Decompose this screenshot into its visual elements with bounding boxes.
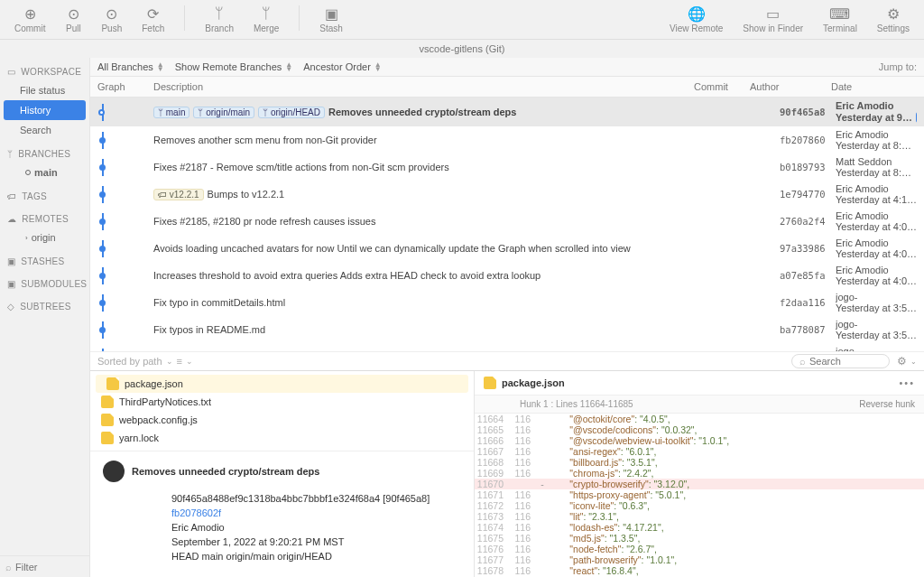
header-author[interactable]: Author bbox=[750, 81, 831, 92]
sidebar-branches-header[interactable]: ᛘBRANCHES bbox=[0, 140, 89, 163]
sidebar-submodules-header[interactable]: ▣SUBMODULES bbox=[0, 270, 89, 293]
parent-link[interactable]: fb2078602f bbox=[171, 507, 221, 518]
commit-list: ᛘ main ᛘ origin/main ᛘ origin/HEADRemove… bbox=[90, 98, 924, 351]
branch-tag[interactable]: ᛘ origin/HEAD bbox=[258, 107, 325, 118]
diff-code: "md5.js": "1.3.5", bbox=[549, 533, 640, 544]
commit-title: Removes unneeded crypto/stream deps bbox=[132, 466, 319, 477]
commit-date: Yesterday at 4:0… bbox=[836, 221, 917, 232]
sort-arrows-icon: ▲▼ bbox=[285, 62, 292, 71]
sidebar-branch-main[interactable]: main bbox=[0, 163, 89, 182]
sidebar-file-status[interactable]: File status bbox=[0, 80, 89, 100]
commit-row[interactable]: Removes another scm menu from non-Git pr… bbox=[90, 126, 924, 154]
diff-line[interactable]: 11676116 "node-fetch": "2.6.7", bbox=[475, 544, 924, 554]
label-author bbox=[121, 522, 171, 533]
header-date[interactable]: Date bbox=[831, 81, 917, 92]
view-remote-button[interactable]: 🌐View Remote bbox=[666, 5, 726, 33]
commit-row[interactable]: Fixes #2187 - Remove scm/title actions f… bbox=[90, 154, 924, 181]
sidebar-filter[interactable]: ⌕ bbox=[0, 555, 89, 577]
diff-line[interactable]: 11664116 "@octokit/core": "4.0.5", bbox=[475, 414, 924, 424]
diff-code: "crypto-browserify": "3.12.0", bbox=[549, 479, 689, 489]
commit-author: Eric Amodio Yesterday at 9…+ bbox=[836, 100, 917, 124]
header-commit[interactable]: Commit bbox=[694, 81, 750, 92]
ancestor-order-dropdown[interactable]: Ancestor Order▲▼ bbox=[303, 61, 382, 72]
branch-tag[interactable]: ᛘ origin/main bbox=[193, 107, 254, 118]
show-remote-dropdown[interactable]: Show Remote Branches▲▼ bbox=[175, 61, 293, 72]
branch-tag[interactable]: ᛘ main bbox=[153, 107, 189, 118]
chevron-down-icon: ⌄ bbox=[910, 358, 917, 366]
all-branches-dropdown[interactable]: All Branches▲▼ bbox=[97, 61, 164, 72]
push-button[interactable]: ⊙Push bbox=[97, 5, 125, 33]
settings-button[interactable]: ⚙Settings bbox=[873, 5, 913, 33]
chevron-down-icon[interactable]: ⌄ bbox=[166, 357, 173, 366]
search-input[interactable] bbox=[809, 356, 882, 367]
plus-badge[interactable]: + bbox=[916, 112, 917, 123]
sidebar-tags-header[interactable]: 🏷TAGS bbox=[0, 182, 89, 205]
line-number-new: 116 bbox=[509, 457, 536, 468]
file-icon bbox=[101, 432, 114, 444]
commit-row[interactable]: Increases threshold to avoid extra queri… bbox=[90, 262, 924, 289]
diff-line[interactable]: 11673116 "lit": "2.3.1", bbox=[475, 511, 924, 522]
commit-author: Eric Amodio Yesterday at 8:… bbox=[836, 129, 917, 151]
diff-line[interactable]: 11674116 "lodash-es": "4.17.21", bbox=[475, 522, 924, 533]
sort-label[interactable]: Sorted by path bbox=[97, 356, 162, 367]
diff-code: "path-browserify": "1.0.1", bbox=[549, 554, 677, 565]
header-description[interactable]: Description bbox=[153, 81, 694, 92]
commit-row[interactable]: Fixes #2185, #2180 pr node refresh cause… bbox=[90, 208, 924, 235]
sidebar-history[interactable]: History bbox=[4, 100, 86, 120]
pull-button[interactable]: ⊙Pull bbox=[61, 5, 85, 33]
diff-line[interactable]: 11677116 "path-browserify": "1.0.1", bbox=[475, 554, 924, 565]
branch-button[interactable]: ᛘBranch bbox=[201, 5, 237, 33]
version-tag[interactable]: 🏷 v12.2.1 bbox=[153, 189, 204, 200]
file-item[interactable]: ThirdPartyNotices.txt bbox=[90, 393, 474, 411]
diff-line[interactable]: 11665116 "@vscode/codicons": "0.0.32", bbox=[475, 424, 924, 435]
file-item[interactable]: webpack.config.js bbox=[90, 411, 474, 429]
more-button[interactable]: ••• bbox=[899, 377, 915, 388]
line-number-old: 11671 bbox=[475, 489, 509, 500]
sidebar-subtrees-header[interactable]: ◇SUBTREES bbox=[0, 293, 89, 315]
diff-line[interactable]: 11671116 "https-proxy-agent": "5.0.1", bbox=[475, 489, 924, 500]
sidebar-search[interactable]: Search bbox=[0, 120, 89, 140]
file-name: webpack.config.js bbox=[119, 414, 198, 425]
diff-sign bbox=[536, 565, 549, 576]
diff-line[interactable]: 11669116 "chroma-js": "2.4.2", bbox=[475, 468, 924, 479]
view-mode-button[interactable]: ≡ bbox=[177, 356, 182, 367]
diff-line[interactable]: 11668116 "billboard.js": "3.5.1", bbox=[475, 457, 924, 468]
terminal-button[interactable]: ⌨Terminal bbox=[819, 5, 861, 33]
diff-line[interactable]: 11678116 "react": "16.8.4", bbox=[475, 565, 924, 576]
show-in-finder-button[interactable]: ▭Show in Finder bbox=[739, 5, 807, 33]
diff-code: "node-fetch": "2.6.7", bbox=[549, 544, 657, 554]
file-icon bbox=[101, 414, 114, 426]
search-box[interactable]: ⌕ bbox=[791, 354, 890, 368]
header-graph[interactable]: Graph bbox=[97, 81, 153, 92]
label-parents bbox=[121, 507, 171, 518]
diff-line[interactable]: 11666116 "@vscode/webview-ui-toolkit": "… bbox=[475, 435, 924, 446]
sidebar-remote-origin[interactable]: ›origin bbox=[0, 228, 89, 247]
diff-line[interactable]: 11675116 "md5.js": "1.3.5", bbox=[475, 533, 924, 544]
file-item[interactable]: package.json bbox=[96, 375, 468, 393]
stash-button[interactable]: ▣Stash bbox=[316, 5, 346, 33]
merge-button[interactable]: ᛘMerge bbox=[250, 5, 282, 33]
fetch-button[interactable]: ⟳Fetch bbox=[138, 5, 168, 33]
sidebar-remotes-header[interactable]: ☁REMOTES bbox=[0, 205, 89, 228]
sidebar-stashes-header[interactable]: ▣STASHES bbox=[0, 247, 89, 270]
commit-row[interactable]: 🏷 v12.2.1Bumps to v12.2.1 1e794770 Eric … bbox=[90, 181, 924, 208]
commit-list-header: Graph Description Commit Author Date bbox=[90, 77, 924, 98]
jump-to[interactable]: Jump to: bbox=[879, 61, 917, 72]
reverse-hunk-button[interactable]: Reverse hunk bbox=[859, 399, 915, 409]
commit-row[interactable]: Fix typos in CHANGELOG.md b6278de0 jogo-… bbox=[90, 343, 924, 351]
commit-row[interactable]: ᛘ main ᛘ origin/main ᛘ origin/HEADRemove… bbox=[90, 98, 924, 126]
diff-line[interactable]: 11672116 "iconv-lite": "0.6.3", bbox=[475, 500, 924, 511]
diff-line[interactable]: 11670- "crypto-browserify": "3.12.0", bbox=[475, 479, 924, 489]
diff-line[interactable]: 11667116 "ansi-regex": "6.0.1", bbox=[475, 446, 924, 457]
gear-icon[interactable]: ⚙ bbox=[897, 355, 907, 368]
commit-row[interactable]: Avoids loading uncached avatars for now … bbox=[90, 235, 924, 262]
commit-button[interactable]: ⊕Commit bbox=[11, 5, 49, 33]
diff-view[interactable]: 11664116 "@octokit/core": "4.0.5",116651… bbox=[475, 414, 924, 577]
label-date bbox=[121, 536, 171, 547]
chevron-down-icon[interactable]: ⌄ bbox=[186, 357, 193, 366]
commit-author: Eric Amodio Yesterday at 4:1… bbox=[836, 183, 917, 205]
commit-row[interactable]: Fix typos in README.md ba778087 jogo- Ye… bbox=[90, 316, 924, 343]
file-item[interactable]: yarn.lock bbox=[90, 429, 474, 447]
commit-row[interactable]: Fix typo in commitDetails.html f2daa116 … bbox=[90, 289, 924, 316]
gear-icon: ⚙ bbox=[885, 5, 901, 22]
